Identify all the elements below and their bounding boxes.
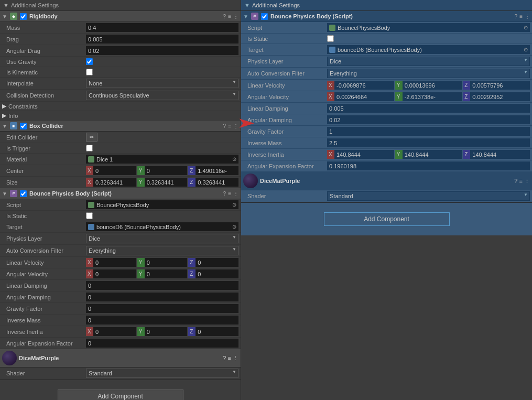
right-mat-section: DiceMatPurple ? ≡ ⋮ Shader Standard <box>241 172 532 203</box>
prop-collision-select[interactable]: Continuous Speculative <box>86 91 238 100</box>
left-mat-menu-icon[interactable]: ⋮ <box>233 355 238 361</box>
left-lv-z-input[interactable] <box>196 258 238 267</box>
left-av-z-input[interactable] <box>196 269 238 278</box>
prop-is-trigger-checkbox[interactable] <box>86 145 93 152</box>
right-target-text: bounceD6 (BouncePhysicsBody) <box>338 47 522 53</box>
left-gravity-factor-input[interactable] <box>86 304 238 313</box>
right-script-btn[interactable]: ⊙ <box>524 25 528 30</box>
right-ii-x-input[interactable] <box>334 150 394 159</box>
right-av-z-input[interactable] <box>470 92 530 101</box>
left-bounce-header[interactable]: ▼ # Bounce Physics Body (Script) ? ≡ ⋮ <box>0 188 241 199</box>
left-linear-damping-input[interactable] <box>86 281 238 290</box>
left-angular-damping-input[interactable] <box>86 293 238 301</box>
left-target-btn[interactable]: ⊙ <box>232 224 236 230</box>
left-av-x-input[interactable] <box>93 269 136 278</box>
left-ii-y-input[interactable] <box>145 327 188 336</box>
right-target-btn[interactable]: ⊙ <box>524 47 528 52</box>
left-prop-angular-vel-label: Angular Velocity <box>2 271 86 277</box>
left-add-component-btn[interactable]: Add Component <box>58 390 183 400</box>
right-additional-settings-header: ▼ Additional Settings <box>241 0 532 11</box>
left-shader-select[interactable]: Standard <box>86 369 238 378</box>
right-mat-menu-icon[interactable]: ⋮ <box>524 178 530 184</box>
info-header[interactable]: ▶ Info <box>0 111 241 121</box>
center-x-input[interactable] <box>93 166 136 175</box>
box-collider-settings-icon[interactable]: ≡ <box>228 123 231 129</box>
prop-mass-input[interactable] <box>86 23 238 32</box>
right-av-x-input[interactable] <box>334 92 394 101</box>
right-prop-auto-conversion: Auto Conversion Filter Everything <box>241 68 532 80</box>
rigidbody-enabled-checkbox[interactable] <box>20 13 27 20</box>
right-lv-z-input[interactable] <box>470 81 530 90</box>
right-bounce-menu-icon[interactable]: ⋮ <box>525 14 530 19</box>
constraints-header[interactable]: ▶ Constraints <box>0 102 241 111</box>
right-mat-header[interactable]: DiceMatPurple ? ≡ ⋮ <box>241 172 532 190</box>
right-mat-help-icon[interactable]: ? <box>514 178 517 184</box>
right-ii-y-input[interactable] <box>403 150 462 159</box>
left-ii-z-input[interactable] <box>196 327 238 336</box>
box-collider-header[interactable]: ▼ ■ Box Collider ? ≡ ⋮ <box>0 121 241 132</box>
right-lv-y-input[interactable] <box>403 81 462 90</box>
rigidbody-header[interactable]: ▼ ◆ Rigidbody ? ≡ ⋮ <box>0 11 241 22</box>
right-collapse-arrow[interactable]: ▼ <box>244 2 250 8</box>
size-x-input[interactable] <box>93 178 136 187</box>
left-mat-help-icon[interactable]: ? <box>223 355 226 361</box>
edit-collider-btn[interactable]: ✏ <box>86 133 97 142</box>
left-av-y-input[interactable] <box>145 269 188 278</box>
right-physics-layer-select[interactable]: Dice <box>327 57 530 66</box>
right-bounce-enabled[interactable] <box>261 13 268 20</box>
right-linear-damping-input[interactable] <box>327 104 530 113</box>
rigidbody-help-icon[interactable]: ? <box>223 14 226 19</box>
left-mat-header[interactable]: DiceMatPurple ? ≡ ⋮ <box>0 349 241 367</box>
right-ii-z-input[interactable] <box>470 150 530 159</box>
left-lv-y-input[interactable] <box>145 258 188 267</box>
size-z-input[interactable] <box>196 178 238 187</box>
box-collider-help-icon[interactable]: ? <box>223 123 226 129</box>
left-mat-settings-icon[interactable]: ≡ <box>228 355 231 361</box>
right-bounce-header[interactable]: ▼ # Bounce Physics Body (Script) ? ≡ ⋮ <box>241 11 532 22</box>
left-bounce-settings-icon[interactable]: ≡ <box>228 191 231 197</box>
left-prop-angular-expansion-label: Angular Expansion Factor <box>2 340 86 347</box>
prop-drag-input[interactable] <box>86 35 238 44</box>
right-angular-expansion-input[interactable] <box>327 161 530 170</box>
box-collider-enabled[interactable] <box>20 123 27 129</box>
right-auto-conversion-select[interactable]: Everything <box>327 69 530 78</box>
rigidbody-settings-icon[interactable]: ≡ <box>228 14 231 19</box>
right-is-static-checkbox[interactable] <box>327 35 334 42</box>
right-av-y-input[interactable] <box>403 92 462 101</box>
left-ii-x-input[interactable] <box>93 327 136 336</box>
right-gravity-factor-input[interactable] <box>327 127 530 136</box>
prop-is-kinematic-checkbox[interactable] <box>86 69 93 75</box>
left-bounce-help-icon[interactable]: ? <box>223 191 226 197</box>
right-bounce-help-icon[interactable]: ? <box>515 14 518 19</box>
right-shader-select[interactable]: Standard <box>327 191 530 201</box>
right-prop-linear-damping: Linear Damping <box>241 103 532 114</box>
prop-use-gravity-checkbox[interactable] <box>86 58 93 65</box>
left-is-static-checkbox[interactable] <box>86 212 93 219</box>
left-bounce-menu-icon[interactable]: ⋮ <box>233 191 238 197</box>
left-physics-layer-select[interactable]: Dice <box>86 234 238 243</box>
material-obj-btn[interactable]: ⊙ <box>232 156 236 162</box>
right-inverse-mass-input[interactable] <box>327 138 530 147</box>
left-collapse-arrow[interactable]: ▼ <box>3 2 9 8</box>
left-auto-conversion-select[interactable]: Everything <box>86 246 238 255</box>
size-y-input[interactable] <box>145 178 188 187</box>
prop-angular-drag-input[interactable] <box>86 46 238 55</box>
prop-size-label: Size <box>2 179 86 186</box>
left-bounce-enabled[interactable] <box>20 190 27 197</box>
prop-interpolate-select[interactable]: None <box>86 79 238 88</box>
center-y-input[interactable] <box>145 166 188 175</box>
right-angular-damping-input[interactable] <box>327 115 530 124</box>
left-script-btn[interactable]: ⊙ <box>232 202 236 208</box>
left-inverse-mass-input[interactable] <box>86 316 238 325</box>
right-mat-settings-icon[interactable]: ≡ <box>519 178 523 184</box>
right-panel: ▼ Additional Settings ▼ # Bounce Physics… <box>241 0 532 400</box>
rigidbody-menu-icon[interactable]: ⋮ <box>233 14 238 19</box>
center-z-input[interactable] <box>196 166 238 175</box>
right-lv-x-input[interactable] <box>334 81 394 90</box>
prop-is-trigger: Is Trigger <box>0 143 241 154</box>
right-add-component-btn[interactable]: Add Component <box>324 212 450 226</box>
left-angular-expansion-input[interactable] <box>86 339 238 348</box>
right-bounce-settings-icon[interactable]: ≡ <box>519 14 523 19</box>
right-av-z-label: Z <box>463 92 470 101</box>
left-lv-x-input[interactable] <box>93 258 136 267</box>
